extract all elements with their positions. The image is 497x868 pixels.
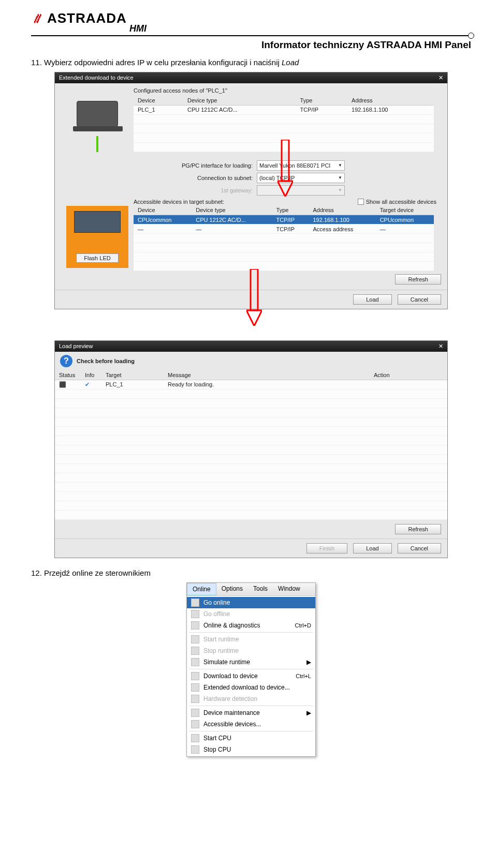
menu-shortcut: Ctrl+L <box>296 673 311 679</box>
info-ok-icon: ✔ <box>85 381 90 387</box>
step-11: 11. Wybierz odpowiedni adres IP w celu p… <box>31 58 471 67</box>
chevron-down-icon: ▼ <box>338 175 342 180</box>
menu-icon <box>191 610 199 618</box>
menu-item-label: Go online <box>203 599 230 606</box>
menu-icon <box>191 720 199 728</box>
online-menu: Online Options Tools Window Go onlineGo … <box>186 582 316 757</box>
menu-item-label: Start runtime <box>203 636 239 643</box>
question-icon: ? <box>60 355 72 367</box>
load-button[interactable]: Load <box>353 543 391 553</box>
page-header: ⫽ ASTRAADA HMI <box>31 10 471 36</box>
menu-item-label: Stop CPU <box>203 746 231 753</box>
flash-led-button[interactable]: Flash LED <box>76 253 118 263</box>
menu-window[interactable]: Window <box>273 583 305 595</box>
menu-item-label: Stop runtime <box>203 647 239 654</box>
document-title: Informator techniczny ASTRAADA HMI Panel <box>31 39 471 51</box>
menu-item[interactable]: Extended download to device... <box>187 682 315 693</box>
dialog-titlebar: Extended download to device ✕ <box>55 72 447 83</box>
menu-item[interactable]: Stop CPU <box>187 744 315 755</box>
menu-item-label: Online & diagnostics <box>203 622 260 629</box>
brand-subtitle: HMI <box>129 23 471 34</box>
menu-options[interactable]: Options <box>216 583 248 595</box>
check-before-loading-label: Check before loading <box>77 358 135 364</box>
menu-item[interactable]: Start CPU <box>187 732 315 744</box>
menu-item[interactable]: Go online <box>187 597 315 608</box>
chevron-down-icon: ▼ <box>338 163 342 168</box>
menubar: Online Options Tools Window <box>187 583 315 596</box>
load-button[interactable]: Load <box>353 294 391 305</box>
menu-item-label: Extended download to device... <box>203 684 290 691</box>
menu-icon <box>191 734 199 742</box>
menu-icon <box>191 647 199 655</box>
extended-download-dialog: Extended download to device ✕ Configured… <box>54 72 448 309</box>
laptop-icon <box>77 101 118 127</box>
finish-button: Finish <box>306 543 347 553</box>
menu-icon <box>191 621 199 630</box>
menu-item-label: Download to device <box>203 672 258 680</box>
gateway-label: 1st gateway: <box>165 187 253 193</box>
step-12: 12. Przejdź online ze sterownikiem <box>31 568 471 577</box>
menu-icon <box>191 658 199 666</box>
interface-dropdown[interactable]: Marvell Yukon 88E8071 PCI▼ <box>257 160 345 171</box>
close-icon[interactable]: ✕ <box>438 343 443 350</box>
svg-rect-0 <box>282 140 289 181</box>
menu-icon <box>191 695 199 703</box>
subnet-label: Connection to subnet: <box>165 175 253 181</box>
menu-icon <box>191 709 199 717</box>
menu-item-label: Start CPU <box>203 735 231 742</box>
plc-device-icon: Flash LED <box>66 206 128 268</box>
menu-tools[interactable]: Tools <box>248 583 273 595</box>
refresh-button[interactable]: Refresh <box>395 274 441 285</box>
svg-rect-2 <box>251 269 258 310</box>
table-row[interactable]: ⬛ ✔ PLC_1 Ready for loading. <box>55 380 447 389</box>
red-arrow-icon <box>246 269 262 326</box>
refresh-button[interactable]: Refresh <box>395 524 441 534</box>
menu-item[interactable]: Device maintenance▶ <box>187 707 315 719</box>
gateway-dropdown: ▼ <box>257 185 345 196</box>
show-all-checkbox[interactable]: Show all accessible devices <box>358 199 436 205</box>
logo-slash-icon: ⫽ <box>31 10 45 26</box>
menu-item[interactable]: Accessible devices... <box>187 719 315 730</box>
submenu-arrow-icon: ▶ <box>306 709 311 716</box>
menu-item-label: Hardware detection <box>203 695 257 702</box>
dialog-titlebar: Load preview ✕ <box>55 341 447 352</box>
dialog-title: Extended download to device <box>59 74 134 81</box>
menu-shortcut: Ctrl+D <box>295 622 311 628</box>
menu-item: Start runtime <box>187 634 315 645</box>
menu-icon <box>191 745 199 754</box>
chevron-down-icon: ▼ <box>338 188 342 192</box>
menu-item: Go offline <box>187 608 315 620</box>
red-arrow-icon <box>277 140 293 197</box>
menu-icon <box>191 683 199 692</box>
menu-item-label: Device maintenance <box>203 709 260 716</box>
menu-item[interactable]: Simulate runtime▶ <box>187 656 315 668</box>
menu-item-label: Simulate runtime <box>203 659 250 666</box>
menu-online[interactable]: Online <box>187 583 216 595</box>
menu-icon <box>191 598 199 607</box>
load-preview-table: Status Info Target Message Action ⬛ ✔ PL… <box>55 370 447 520</box>
connection-line-icon <box>96 136 98 152</box>
configured-nodes-label: Configured access nodes of "PLC_1" <box>134 87 441 94</box>
table-row[interactable]: CPUcommon CPU 1212C AC/D... TCP/IP 192.1… <box>134 215 434 225</box>
menu-item[interactable]: Download to deviceCtrl+L <box>187 670 315 682</box>
close-icon[interactable]: ✕ <box>438 74 443 81</box>
subnet-dropdown[interactable]: (local) TCP/IP▼ <box>257 173 345 183</box>
accessible-devices-label: Accessible devices in target subnet: <box>134 199 224 205</box>
menu-item-label: Go offline <box>203 610 230 618</box>
accessible-devices-table: Device Device type Type Address Target d… <box>134 206 434 272</box>
menu-icon <box>191 635 199 643</box>
menu-icon <box>191 672 199 680</box>
cancel-button[interactable]: Cancel <box>398 543 441 553</box>
status-ok-icon: ⬛ <box>59 381 66 387</box>
load-preview-dialog: Load preview ✕ ? Check before loading St… <box>54 340 448 558</box>
menu-item: Stop runtime <box>187 645 315 656</box>
menu-item[interactable]: Online & diagnosticsCtrl+D <box>187 620 315 631</box>
table-row[interactable]: PLC_1 CPU 1212C AC/D... TCP/IP 192.168.1… <box>134 105 434 114</box>
svg-marker-3 <box>246 310 262 326</box>
dialog-title: Load preview <box>59 343 93 350</box>
table-row[interactable]: — — TCP/IP Access address — <box>134 225 434 234</box>
svg-marker-1 <box>277 181 293 197</box>
menu-item: Hardware detection <box>187 693 315 705</box>
submenu-arrow-icon: ▶ <box>306 659 311 666</box>
cancel-button[interactable]: Cancel <box>398 294 441 305</box>
